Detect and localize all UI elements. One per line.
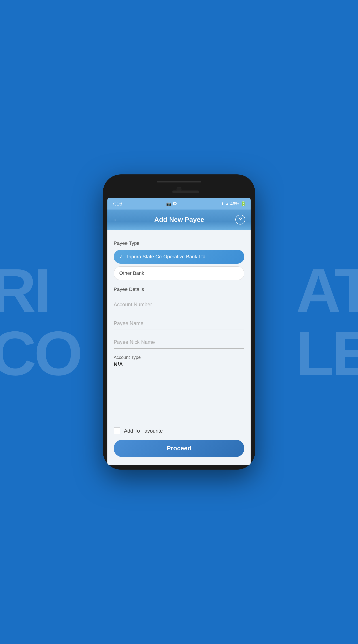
help-button[interactable]: ? <box>235 215 245 224</box>
camera-icon: 📷 <box>166 201 171 206</box>
content-area: Payee Type ✓ Tripura State Co-Operative … <box>107 236 251 465</box>
favourite-label: Add To Favourite <box>124 428 163 434</box>
payee-type-group: ✓ Tripura State Co-Operative Bank Ltd Ot… <box>114 250 244 280</box>
proceed-button[interactable]: Proceed <box>114 440 244 457</box>
payee-type-label: Payee Type <box>114 240 244 246</box>
account-type-value: N/A <box>114 361 244 368</box>
phone-side-button <box>255 242 255 260</box>
phone-speaker <box>172 190 199 193</box>
signal-icon-2: ▲ <box>225 202 229 206</box>
payee-type-tscbl-label: Tripura State Co-Operative Bank Ltd <box>126 254 205 260</box>
payee-name-input[interactable] <box>114 317 244 330</box>
account-number-input[interactable] <box>114 298 244 311</box>
bg-text-left: RICO <box>0 260 81 384</box>
account-type-section: Account Type N/A <box>114 355 244 368</box>
image-icon: 🖼 <box>173 202 177 206</box>
payee-details-label: Payee Details <box>114 286 244 292</box>
status-bar: 7:16 📷 🖼 ⬆ ▲ 46% 🔋 <box>107 198 251 210</box>
payee-type-other[interactable]: Other Bank <box>114 266 244 280</box>
payee-nick-name-input[interactable] <box>114 336 244 348</box>
status-icons: 📷 🖼 <box>166 201 177 206</box>
payee-type-other-label: Other Bank <box>119 270 144 276</box>
battery-text: 46% <box>230 201 239 206</box>
favourite-checkbox[interactable] <box>114 428 120 434</box>
phone-top-bar <box>157 181 201 182</box>
signal-icon: ⬆ <box>221 202 224 206</box>
status-right: ⬆ ▲ 46% 🔋 <box>221 201 246 206</box>
payee-type-tscbl[interactable]: ✓ Tripura State Co-Operative Bank Ltd <box>114 250 244 264</box>
bg-text-right: ATLE <box>296 260 358 384</box>
favourite-row: Add To Favourite <box>114 428 244 434</box>
account-type-label: Account Type <box>114 355 244 360</box>
header-wave <box>107 230 251 236</box>
header-title: Add New Payee <box>124 216 234 224</box>
status-time: 7:16 <box>112 200 122 207</box>
check-icon: ✓ <box>119 254 123 260</box>
phone-frame: 7:16 📷 🖼 ⬆ ▲ 46% 🔋 ← Add New Payee ? Pay… <box>103 174 255 470</box>
back-button[interactable]: ← <box>113 216 120 224</box>
app-header: ← Add New Payee ? <box>107 210 251 230</box>
spacer <box>114 374 244 428</box>
screen: 7:16 📷 🖼 ⬆ ▲ 46% 🔋 ← Add New Payee ? Pay… <box>107 198 251 465</box>
battery-icon: 🔋 <box>240 201 246 206</box>
